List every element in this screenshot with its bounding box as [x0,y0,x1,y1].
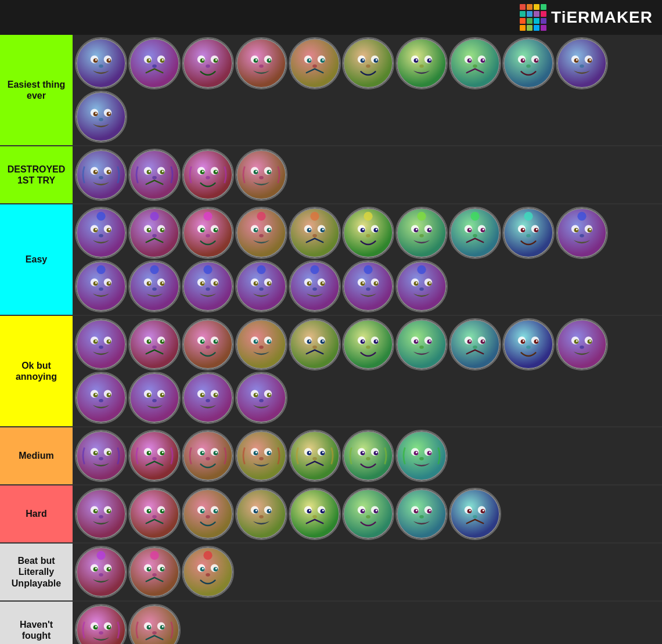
svg-point-415 [269,452,271,454]
svg-point-218 [96,265,105,274]
tier-label-easy: Easy [0,204,73,315]
svg-point-382 [256,394,257,395]
svg-point-279 [109,340,110,342]
boss-icon [75,372,127,424]
boss-icon [342,430,394,482]
svg-point-22 [215,59,217,61]
svg-point-111 [206,176,210,179]
boss-icon [75,318,127,370]
svg-point-358 [95,394,97,395]
svg-point-56 [451,39,499,88]
tier-table: Easiest thing ever [0,35,662,644]
boss-icon [395,37,448,89]
svg-point-352 [580,346,584,349]
boss-icon [128,604,181,644]
svg-point-40 [344,39,393,88]
svg-point-546 [162,626,164,628]
tier-label-destroyed: DESTROYED 1ST TRY [0,146,73,203]
svg-point-481 [344,490,393,538]
svg-point-464 [206,515,210,519]
boss-icon [75,430,127,482]
svg-point-457 [184,490,232,538]
boss-icon [75,260,127,312]
svg-point-53 [416,59,418,61]
svg-point-432 [366,457,370,460]
svg-point-161 [309,229,311,231]
svg-point-399 [162,452,164,454]
tier-items-easiest [73,35,662,145]
svg-point-337 [504,320,553,369]
boss-icon [395,430,448,482]
boss-icon [556,37,608,89]
svg-point-520 [162,568,164,570]
svg-point-446 [95,510,97,512]
svg-point-343 [536,340,538,342]
svg-point-102 [162,171,164,172]
logo-cell [527,18,533,24]
svg-point-327 [429,340,431,342]
svg-point-313 [344,320,393,369]
boss-icon [556,318,608,370]
svg-point-398 [149,452,150,454]
logo-cell [527,11,533,17]
svg-point-288 [152,346,157,349]
svg-point-85 [95,113,97,114]
svg-point-392 [99,457,103,460]
boss-icon [289,260,341,312]
svg-point-112 [237,150,286,199]
svg-point-93 [95,171,97,172]
page-header: TiERMAKER [0,0,662,35]
tier-row-medium: Medium [0,427,662,485]
boss-icon [289,318,341,370]
tier-label-ok: Ok but annoying [0,316,73,426]
svg-point-539 [99,631,103,635]
svg-point-454 [149,510,150,512]
boss-icon [235,149,287,201]
svg-point-456 [152,515,157,519]
boss-icon [235,430,287,482]
svg-point-351 [589,340,591,342]
boss-icon [449,37,501,89]
svg-point-38 [322,59,324,61]
tier-label-hard: Hard [0,485,73,542]
svg-point-6 [109,59,110,61]
svg-point-172 [366,234,370,238]
svg-point-135 [162,229,164,231]
svg-point-236 [203,265,212,274]
svg-point-145 [206,234,210,238]
svg-point-16 [184,39,232,88]
svg-point-182 [417,212,426,221]
svg-point-393 [130,431,179,480]
svg-point-280 [99,346,103,349]
svg-point-173 [364,212,372,221]
svg-point-263 [364,265,372,274]
svg-point-62 [483,59,484,61]
svg-point-180 [429,229,431,231]
svg-point-512 [99,573,103,577]
logo-cell [541,25,546,31]
svg-point-252 [322,282,324,284]
svg-point-319 [376,340,377,342]
svg-point-269 [416,282,418,284]
svg-point-55 [419,64,424,68]
boss-icon [182,372,234,424]
svg-point-14 [162,59,164,61]
svg-point-531 [203,551,212,560]
svg-point-400 [152,457,157,460]
svg-point-384 [259,399,264,402]
svg-point-449 [130,490,179,538]
svg-point-342 [523,340,524,342]
svg-point-287 [162,340,164,342]
tier-items-destroyed [73,146,662,203]
logo-cell [520,4,526,10]
svg-point-179 [416,229,418,231]
boss-icon [75,207,127,259]
svg-point-197 [523,229,524,231]
svg-point-545 [149,626,150,628]
svg-point-328 [419,346,424,349]
svg-point-260 [362,282,364,284]
svg-point-24 [237,39,286,88]
boss-icon [342,37,394,89]
svg-point-304 [259,346,264,349]
boss-icon [289,207,341,259]
